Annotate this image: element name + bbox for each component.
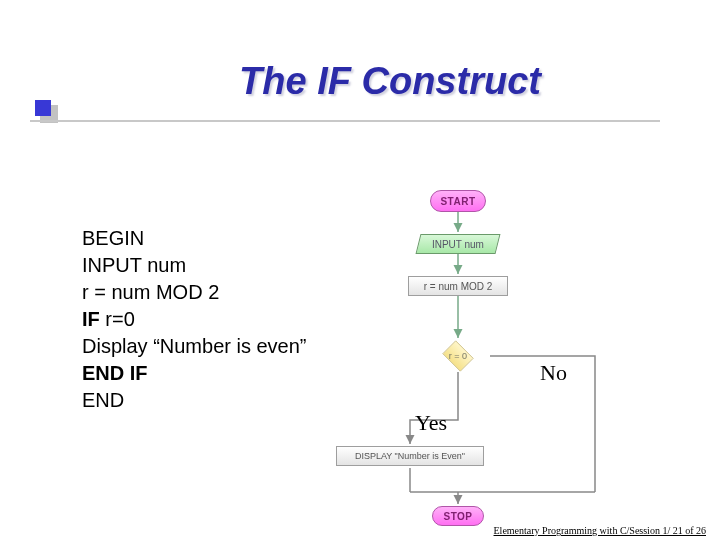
fc-input: INPUT num xyxy=(416,234,501,254)
pseudocode-block: BEGIN INPUT num r = num MOD 2 IF r=0 Dis… xyxy=(82,225,307,414)
branch-no-label: No xyxy=(540,360,567,386)
pc-line-input: INPUT num xyxy=(82,252,307,279)
pc-line-if: IF r=0 xyxy=(82,306,307,333)
fc-decision-label: r = 0 xyxy=(427,340,489,372)
pc-line-endif: END IF xyxy=(82,360,307,387)
flowchart: START INPUT num r = num MOD 2 r = 0 DISP… xyxy=(370,190,700,520)
pc-if-cond: r=0 xyxy=(100,308,135,330)
fc-start: START xyxy=(430,190,486,212)
title-underline xyxy=(30,120,660,122)
pc-line-end: END xyxy=(82,387,307,414)
branch-yes-label: Yes xyxy=(415,410,447,436)
fc-decision: r = 0 xyxy=(427,340,489,372)
pc-line-begin: BEGIN xyxy=(82,225,307,252)
pc-line-assign: r = num MOD 2 xyxy=(82,279,307,306)
fc-display: DISPLAY "Number is Even" xyxy=(336,446,484,466)
slide-footer: Elementary Programming with C/Session 1/… xyxy=(494,525,706,536)
fc-input-label: INPUT num xyxy=(432,239,484,250)
fc-stop: STOP xyxy=(432,506,484,526)
pc-line-display: Display “Number is even” xyxy=(82,333,307,360)
pc-if-keyword: IF xyxy=(82,308,100,330)
fc-process: r = num MOD 2 xyxy=(408,276,508,296)
page-title: The IF Construct xyxy=(0,60,720,103)
